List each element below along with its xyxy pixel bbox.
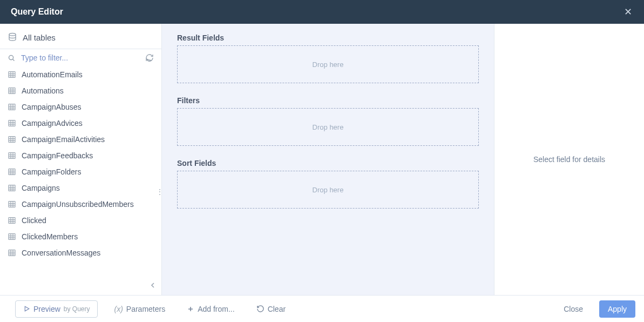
header-title: Query Editor	[11, 7, 63, 17]
undo-icon	[256, 305, 265, 313]
svg-rect-18	[9, 120, 15, 126]
result-fields-dropzone[interactable]: Drop here	[177, 45, 479, 83]
table-icon	[8, 103, 16, 111]
sidebar-header: All tables	[0, 24, 161, 49]
svg-point-1	[9, 55, 13, 59]
filter-row	[0, 49, 161, 66]
table-icon	[8, 86, 16, 95]
close-button[interactable]: Close	[558, 301, 588, 317]
refresh-icon[interactable]	[145, 53, 154, 62]
body: All tables AutomationEmailsAutomationsCa…	[0, 24, 644, 295]
table-item[interactable]: CampaignAbuses	[0, 99, 161, 115]
dropzone-placeholder: Drop here	[313, 123, 344, 131]
filters-dropzone[interactable]: Drop here	[177, 108, 479, 146]
search-icon	[8, 54, 16, 62]
table-icon	[8, 167, 16, 176]
svg-rect-48	[9, 218, 15, 224]
database-icon	[8, 32, 17, 42]
table-item[interactable]: ClickedMembers	[0, 229, 161, 245]
sidebar: All tables AutomationEmailsAutomationsCa…	[0, 24, 162, 295]
table-item[interactable]: AutomationEmails	[0, 66, 161, 83]
table-name: CampaignUnsubscribedMembers	[22, 200, 134, 209]
table-name: ClickedMembers	[22, 232, 78, 241]
clear-label: Clear	[268, 305, 286, 313]
filters-label: Filters	[177, 96, 479, 105]
table-icon	[8, 70, 16, 79]
svg-rect-3	[9, 72, 15, 78]
parameters-icon: (x)	[114, 305, 123, 313]
table-icon	[8, 184, 16, 192]
svg-marker-63	[25, 306, 29, 311]
preview-label: Preview	[33, 305, 60, 313]
svg-rect-43	[9, 202, 15, 207]
apply-button[interactable]: Apply	[599, 300, 635, 318]
table-icon	[8, 232, 16, 241]
close-icon[interactable]: ✕	[621, 5, 635, 19]
apply-label: Apply	[608, 305, 627, 313]
svg-point-0	[9, 33, 16, 36]
table-item[interactable]: CampaignUnsubscribedMembers	[0, 196, 161, 212]
table-list: AutomationEmailsAutomationsCampaignAbuse…	[0, 66, 161, 295]
table-item[interactable]: Clicked	[0, 212, 161, 229]
table-item[interactable]: CampaignFolders	[0, 164, 161, 180]
play-icon	[23, 305, 30, 312]
filter-input[interactable]	[21, 53, 140, 62]
table-name: CampaignAdvices	[22, 119, 83, 128]
table-name: AutomationEmails	[22, 70, 83, 79]
table-icon	[8, 151, 16, 160]
sidebar-title: All tables	[23, 33, 56, 42]
plus-icon	[187, 305, 194, 313]
table-name: Clicked	[22, 216, 46, 225]
table-item[interactable]: Campaigns	[0, 180, 161, 196]
table-name: CampaignEmailActivities	[22, 135, 105, 144]
sort-fields-label: Sort Fields	[177, 159, 479, 167]
table-item[interactable]: Automations	[0, 83, 161, 99]
center-panel: Result Fields Drop here Filters Drop her…	[162, 24, 494, 295]
svg-rect-23	[9, 137, 15, 143]
clear-button[interactable]: Clear	[251, 301, 291, 317]
table-icon	[8, 135, 16, 144]
table-item[interactable]: CampaignEmailActivities	[0, 131, 161, 147]
details-panel: Select field for details	[494, 24, 644, 295]
svg-rect-28	[9, 153, 15, 159]
svg-rect-8	[9, 88, 15, 94]
table-name: CampaignAbuses	[22, 103, 82, 111]
add-from-button[interactable]: Add from...	[181, 301, 240, 317]
parameters-button[interactable]: (x) Parameters	[109, 301, 171, 317]
chevron-left-icon[interactable]	[148, 281, 157, 290]
close-label: Close	[564, 305, 583, 313]
svg-rect-58	[9, 250, 15, 256]
footer: Preview by Query (x) Parameters Add from…	[0, 295, 644, 322]
add-from-label: Add from...	[198, 305, 234, 313]
resize-handle[interactable]: ⋮	[157, 191, 164, 193]
result-fields-label: Result Fields	[177, 33, 479, 42]
header: Query Editor ✕	[0, 0, 644, 24]
dropzone-placeholder: Drop here	[313, 186, 344, 194]
details-placeholder: Select field for details	[533, 155, 605, 164]
svg-rect-33	[9, 169, 15, 175]
preview-button[interactable]: Preview by Query	[15, 300, 98, 318]
svg-rect-38	[9, 185, 15, 191]
table-icon	[8, 119, 16, 128]
table-icon	[8, 200, 16, 209]
table-item[interactable]: CampaignAdvices	[0, 115, 161, 131]
table-item[interactable]: ConversationMessages	[0, 245, 161, 261]
table-name: Campaigns	[22, 184, 60, 192]
parameters-label: Parameters	[126, 305, 165, 313]
table-name: CampaignFolders	[22, 167, 82, 176]
table-icon	[8, 249, 16, 257]
table-item[interactable]: CampaignFeedbacks	[0, 147, 161, 164]
table-name: ConversationMessages	[22, 249, 100, 257]
svg-rect-13	[9, 104, 15, 110]
table-name: CampaignFeedbacks	[22, 151, 93, 160]
svg-line-2	[13, 59, 15, 61]
dropzone-placeholder: Drop here	[313, 61, 344, 69]
table-icon	[8, 216, 16, 225]
table-name: Automations	[22, 86, 64, 95]
svg-rect-53	[9, 234, 15, 240]
preview-sub: by Query	[64, 305, 90, 313]
sort-fields-dropzone[interactable]: Drop here	[177, 171, 479, 209]
